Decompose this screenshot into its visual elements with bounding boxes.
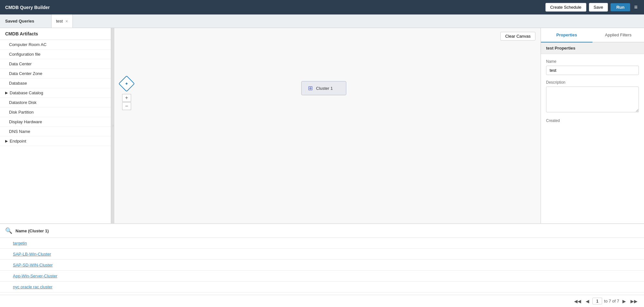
cluster-node[interactable]: ⊞ Cluster 1 [301,81,346,95]
tab-bar: Saved Queries test × [0,14,644,28]
name-field-group: Name [546,59,639,75]
search-icon: 🔍 [5,227,12,234]
tab-properties[interactable]: Properties [541,28,592,42]
properties-body: Name Description Created [541,54,644,130]
pagination-bar: ◀◀ ◀ to 7 of 7 ▶ ▶▶ [0,295,644,307]
right-panel-tabs: Properties Applied Filters [541,28,644,42]
saved-queries-label: Saved Queries [0,14,52,28]
name-input[interactable] [546,66,639,75]
app-title: CMDB Query Builder [5,5,50,10]
result-link[interactable]: App-Win-Server-Cluster [13,274,57,278]
pan-icon: ✦ [125,81,129,86]
list-item[interactable]: SAP-SD-WIN-Cluster [0,260,644,271]
settings-button[interactable]: ≡ [633,4,639,11]
create-schedule-button[interactable]: Create Schedule [545,3,586,12]
first-page-button[interactable]: ◀◀ [573,298,582,304]
artifact-item[interactable]: Display Hardware [0,117,111,127]
created-field-group: Created [546,118,639,125]
canvas-toolbar: Clear Canvas [500,32,535,41]
last-page-button[interactable]: ▶▶ [629,298,639,304]
close-icon[interactable]: × [65,19,68,24]
artifact-list: Computer Room ACConfiguration fileData C… [0,40,111,223]
prev-page-button[interactable]: ◀ [584,298,591,304]
main-layout: CMDB Artifacts Computer Room ACConfigura… [0,28,644,223]
page-number-input[interactable] [592,298,602,304]
tab-applied-filters[interactable]: Applied Filters [592,28,644,42]
cluster-icon: ⊞ [308,85,313,92]
expand-arrow: ▶ [5,139,8,143]
clear-canvas-button[interactable]: Clear Canvas [500,32,535,41]
artifact-item[interactable]: Computer Room AC [0,40,111,50]
bottom-panel: 🔍 Name (Cluster 1) targetinSAP-LB-Win-Cl… [0,223,644,307]
canvas-area: Clear Canvas ✦ + − ⊞ Cluster 1 [114,28,541,223]
list-item[interactable]: App-Win-Server-Cluster [0,271,644,282]
result-link[interactable]: targetin [13,241,27,246]
result-link[interactable]: SAP-SD-WIN-Cluster [13,263,53,267]
description-input[interactable] [546,87,639,112]
artifact-item[interactable]: ▶Endpoint [0,136,111,146]
list-item[interactable]: SAP-LB-Win-Cluster [0,249,644,260]
list-item[interactable]: nyc oracle rac cluster [0,282,644,293]
zoom-out-button[interactable]: − [122,102,131,110]
expand-arrow: ▶ [5,91,8,95]
list-item[interactable]: sourcein [0,293,644,295]
description-field-group: Description [546,80,639,113]
artifact-item[interactable]: ▶Database Catalog [0,88,111,98]
resize-dots: ⋮ [112,124,114,127]
right-panel: Properties Applied Filters test Properti… [541,28,644,223]
description-label: Description [546,80,639,85]
artifact-item[interactable]: Configuration file [0,50,111,59]
resize-handle[interactable]: ⋮ [111,28,114,223]
search-bar: 🔍 Name (Cluster 1) [0,224,644,238]
run-button[interactable]: Run [610,3,630,11]
properties-section-title: test Properties [541,42,644,54]
results-list: targetinSAP-LB-Win-ClusterSAP-SD-WIN-Clu… [0,238,644,295]
result-link[interactable]: SAP-LB-Win-Cluster [13,252,51,256]
result-link[interactable]: nyc oracle rac cluster [13,284,53,289]
artifact-item[interactable]: Datastore Disk [0,98,111,107]
artifact-item[interactable]: Data Center [0,59,111,69]
zoom-in-button[interactable]: + [122,94,131,102]
header: CMDB Query Builder Create Schedule Save … [0,0,644,14]
page-total: to 7 of 7 [604,299,619,303]
search-label: Name (Cluster 1) [15,228,49,233]
active-tab[interactable]: test × [52,14,73,28]
artifact-item[interactable]: Database [0,79,111,88]
canvas-nav-pan[interactable]: ✦ [119,76,135,92]
name-label: Name [546,59,639,64]
artifact-item[interactable]: Disk Partition [0,107,111,117]
cluster-label: Cluster 1 [316,86,333,91]
left-panel: CMDB Artifacts Computer Room ACConfigura… [0,28,111,223]
artifacts-title: CMDB Artifacts [0,28,111,40]
created-label: Created [546,118,639,123]
canvas-controls: ✦ + − [121,78,132,110]
next-page-button[interactable]: ▶ [621,298,627,304]
list-item[interactable]: targetin [0,238,644,249]
tab-label: test [56,19,63,23]
artifact-item[interactable]: DNS Name [0,127,111,136]
header-actions: Create Schedule Save Run ≡ [545,3,639,12]
artifact-item[interactable]: Data Center Zone [0,69,111,79]
save-button[interactable]: Save [589,3,608,12]
